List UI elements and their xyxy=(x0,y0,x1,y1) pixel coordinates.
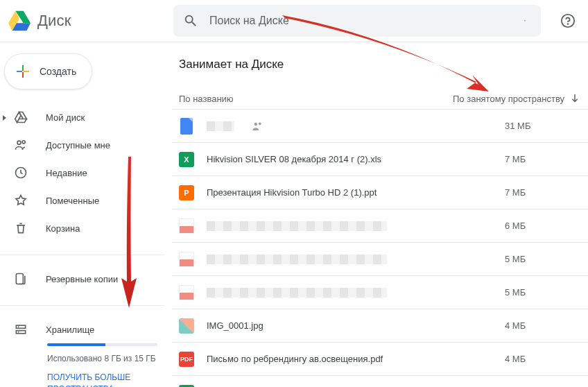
sidebar-item-starred[interactable]: Помеченные xyxy=(0,187,164,214)
sidebar-item-my-drive[interactable]: Мой диск xyxy=(0,103,164,131)
col-name-header[interactable]: По названию xyxy=(179,94,453,104)
blurred-thumb-icon xyxy=(179,252,194,267)
file-row[interactable]: 6 МБ xyxy=(172,209,588,242)
sidebar-item-storage[interactable]: Хранилище xyxy=(0,316,164,343)
search-bar[interactable] xyxy=(173,5,541,37)
create-button[interactable]: Создать xyxy=(4,53,92,89)
trash-icon xyxy=(14,221,28,235)
sidebar-item-trash[interactable]: Корзина xyxy=(0,214,164,242)
shared-indicator-icon xyxy=(251,120,263,132)
storage-icon xyxy=(14,322,28,336)
file-size: 6 МБ xyxy=(505,221,588,231)
my-drive-icon xyxy=(14,110,28,124)
page-title: Занимает на Диске xyxy=(172,58,588,71)
pdf-icon: PDF xyxy=(179,352,194,367)
storage-cta-link[interactable]: ПОЛУЧИТЬ БОЛЬШЕ ПРОСТРАНСТВА xyxy=(47,372,157,387)
file-size: 4 МБ xyxy=(505,354,588,364)
search-icon xyxy=(183,13,198,28)
storage-section: Хранилище Использовано 8 ГБ из 15 ГБ ПОЛ… xyxy=(0,316,164,387)
file-row[interactable]: 31 МБ xyxy=(172,109,588,142)
file-size: 7 МБ xyxy=(505,187,588,198)
search-input[interactable] xyxy=(198,15,519,27)
svg-point-2 xyxy=(17,141,21,144)
file-name xyxy=(207,121,241,131)
xls-icon: X xyxy=(179,152,194,167)
file-list: 31 МБXHikvision SILVER 08 декабря 2014 г… xyxy=(172,109,588,387)
drive-logo-icon xyxy=(8,10,31,32)
sidebar: Создать Мой диск Доступные мне Недавние … xyxy=(0,42,165,387)
column-headers: По названию По занятому пространству xyxy=(172,88,588,109)
search-options-icon[interactable] xyxy=(519,15,531,27)
main-content: Занимает на Диске По названию По занятом… xyxy=(165,42,588,387)
file-row[interactable]: 5 МБ xyxy=(172,242,588,275)
storage-label: Хранилище xyxy=(46,325,94,335)
file-size: 5 МБ xyxy=(505,287,588,298)
svg-point-3 xyxy=(22,141,25,144)
file-name xyxy=(207,255,505,264)
file-size: 7 МБ xyxy=(505,154,588,164)
file-size: 4 МБ xyxy=(505,320,588,331)
file-name xyxy=(207,221,505,231)
storage-bar xyxy=(47,343,157,346)
file-row[interactable]: XHikvision SILVER 08 декабря 2014 г (2).… xyxy=(172,142,588,175)
svg-point-1 xyxy=(568,24,569,24)
sidebar-item-label: Недавние xyxy=(46,168,87,178)
file-row[interactable]: X3 МБ xyxy=(172,375,588,387)
blurred-thumb-icon xyxy=(179,218,194,234)
create-button-label: Создать xyxy=(40,66,76,77)
svg-point-9 xyxy=(259,122,261,125)
file-size: 5 МБ xyxy=(505,254,588,264)
help-icon[interactable] xyxy=(560,13,576,28)
file-name: Письмо по ребрендингу ав.освещения.pdf xyxy=(207,354,505,364)
sidebar-item-label: Доступные мне xyxy=(46,140,110,150)
sidebar-item-label: Корзина xyxy=(46,223,80,234)
backup-icon xyxy=(14,272,28,286)
plus-icon xyxy=(15,63,31,80)
storage-used-text: Использовано 8 ГБ из 15 ГБ xyxy=(47,353,157,365)
file-name xyxy=(207,288,505,298)
file-row[interactable]: IMG_0001.jpg4 МБ xyxy=(172,309,588,342)
svg-rect-5 xyxy=(16,274,23,284)
logo[interactable]: Диск xyxy=(8,10,173,32)
file-row[interactable]: 5 МБ xyxy=(172,275,588,309)
header: Диск xyxy=(0,0,588,42)
file-size: 31 МБ xyxy=(505,121,588,131)
storage-bar-fill xyxy=(47,343,105,346)
recent-icon xyxy=(14,166,28,180)
xls-icon: X xyxy=(179,385,194,388)
sidebar-item-label: Мой диск xyxy=(46,112,85,123)
svg-point-8 xyxy=(254,122,258,126)
file-row[interactable]: PПрезентация Hikvision Turbo HD 2 (1).pp… xyxy=(172,175,588,209)
blurred-thumb-icon xyxy=(179,285,194,300)
col-size-label: По занятому пространству xyxy=(453,94,564,104)
file-row[interactable]: PDFПисьмо по ребрендингу ав.освещения.pd… xyxy=(172,342,588,375)
file-name: IMG_0001.jpg xyxy=(207,320,505,331)
file-name: Hikvision SILVER 08 декабря 2014 г (2).x… xyxy=(207,154,505,164)
nav: Мой диск Доступные мне Недавние Помеченн… xyxy=(0,103,164,242)
expand-icon xyxy=(3,115,6,121)
doc-icon xyxy=(180,118,193,135)
sidebar-item-recent[interactable]: Недавние xyxy=(0,159,164,187)
sidebar-item-label: Помеченные xyxy=(46,196,99,206)
ppt-icon: P xyxy=(179,185,194,200)
file-name: Презентация Hikvision Turbo HD 2 (1).ppt xyxy=(207,187,505,198)
sidebar-item-backups[interactable]: Резервные копии xyxy=(0,265,164,293)
app-title: Диск xyxy=(37,12,71,30)
shared-icon xyxy=(14,138,28,152)
col-size-header[interactable]: По занятому пространству xyxy=(453,92,588,105)
image-icon xyxy=(179,318,194,334)
sort-desc-icon xyxy=(569,92,581,105)
star-icon xyxy=(14,194,28,207)
sidebar-item-label: Резервные копии xyxy=(46,274,118,284)
svg-rect-6 xyxy=(16,325,25,328)
sidebar-item-shared[interactable]: Доступные мне xyxy=(0,131,164,159)
svg-rect-7 xyxy=(16,331,25,334)
